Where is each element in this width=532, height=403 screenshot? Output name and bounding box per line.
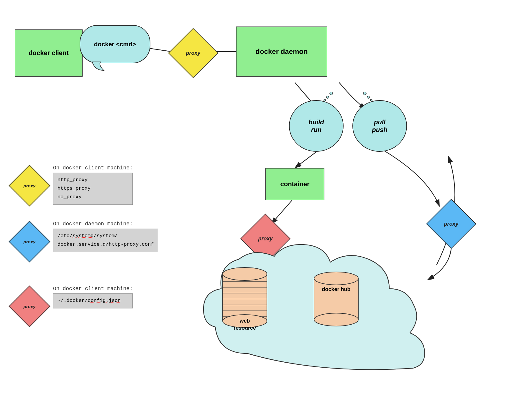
docker-hub-label: docker hub (313, 286, 360, 293)
docker-cmd-bubble: docker <cmd> (80, 25, 150, 63)
web-resource-cylinder: web resource (221, 265, 268, 330)
legend-title-2: On docker daemon machine: (53, 221, 158, 227)
web-resource-label: web resource (221, 318, 268, 331)
legend-title-1: On docker client machine: (53, 165, 133, 171)
container-box: container (265, 168, 324, 200)
svg-point-7 (363, 92, 366, 95)
svg-point-9 (370, 99, 372, 101)
svg-point-18 (223, 267, 267, 280)
systemd-underline: systemd (73, 233, 93, 239)
svg-rect-10 (223, 274, 267, 321)
legend-proxy-red: proxy (15, 292, 44, 321)
legend-proxy-blue: proxy (15, 227, 44, 256)
svg-point-6 (324, 99, 326, 101)
svg-point-4 (330, 92, 333, 95)
docker-hub-cylinder: docker hub (313, 271, 360, 324)
svg-point-21 (314, 272, 358, 285)
svg-point-22 (314, 313, 358, 326)
legend-proxy-yellow: proxy (15, 171, 44, 200)
legend-section-1: On docker client machine: http_proxy htt… (53, 165, 133, 205)
bubble-tail-cmd (92, 62, 110, 71)
svg-point-8 (367, 96, 370, 98)
svg-point-5 (326, 96, 329, 98)
legend-title-3: On docker client machine: (53, 286, 133, 292)
legend-box-3: ~/.docker/config.json (53, 293, 133, 308)
legend-box-2: /etc/systemd/system/ docker.service.d/ht… (53, 229, 158, 252)
proxy-diamond-yellow-top: proxy (175, 35, 211, 71)
docker-daemon-box: docker daemon (236, 27, 327, 77)
pull-push-bubble: pull push (352, 100, 407, 152)
docker-client-box: docker client (15, 29, 83, 77)
pull-push-tail (362, 92, 374, 102)
proxy-diamond-blue-right: proxy (434, 206, 469, 242)
config-json-underline: config.json (88, 298, 121, 303)
build-run-tail (322, 92, 334, 102)
legend-section-3: On docker client machine: ~/.docker/conf… (53, 286, 133, 308)
diagram-container: docker client docker <cmd> proxy docker … (0, 0, 532, 403)
legend-section-2: On docker daemon machine: /etc/systemd/s… (53, 221, 158, 252)
legend-box-1: http_proxy https_proxy no_proxy (53, 173, 133, 205)
docker-hub-svg (313, 271, 360, 327)
build-run-bubble: build run (289, 100, 344, 152)
